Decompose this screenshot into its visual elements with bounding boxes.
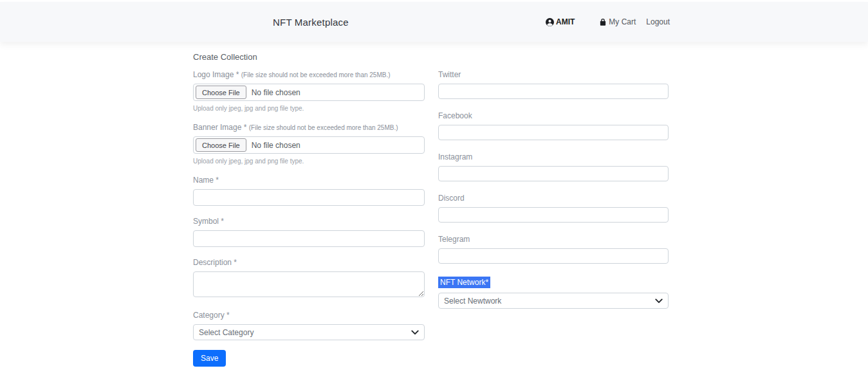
user-menu[interactable]: AMIT [546,17,575,26]
telegram-label: Telegram [438,235,669,244]
telegram-group: Telegram [438,235,669,264]
header-bar: NFT Marketplace AMIT My Cart Logout [0,2,868,42]
logo-image-note: (File size should not be exceeded more t… [241,71,391,78]
logout-label: Logout [646,17,670,26]
banner-image-label: Banner Image * (File size should not be … [193,123,425,132]
twitter-label: Twitter [438,70,669,79]
page-title: Create Collection [193,52,868,62]
description-field[interactable] [193,271,425,297]
symbol-label: Symbol * [193,217,425,226]
symbol-field[interactable] [193,230,425,247]
discord-group: Discord [438,194,669,223]
symbol-group: Symbol * [193,217,425,247]
logo-file-status: No file chosen [252,88,300,97]
discord-field[interactable] [438,207,669,223]
logo-image-group: Logo Image * (File size should not be ex… [193,70,425,112]
category-select[interactable]: Select Category [193,324,425,340]
category-label: Category * [193,311,425,320]
instagram-group: Instagram [438,152,669,181]
discord-label: Discord [438,194,669,203]
twitter-field[interactable] [438,84,669,99]
logo-image-label: Logo Image * (File size should not be ex… [193,70,425,79]
description-group: Description * [193,258,425,300]
name-field[interactable] [193,189,425,206]
facebook-group: Facebook [438,111,669,140]
banner-file-hint: Upload only jpeg, jpg and png file type. [193,158,425,165]
user-circle-icon [546,18,554,26]
header-nav: AMIT My Cart Logout [546,17,670,26]
banner-choose-file-button[interactable]: Choose File [196,138,246,152]
logo-choose-file-button[interactable]: Choose File [196,86,246,99]
facebook-field[interactable] [438,125,669,140]
my-cart-link[interactable]: My Cart [599,17,636,26]
banner-file-input[interactable]: Choose File No file chosen [193,136,425,154]
form-right-column: Twitter Facebook Instagram Discord Teleg… [438,70,669,367]
main-content: Create Collection Logo Image * (File siz… [0,42,868,367]
instagram-field[interactable] [438,166,669,181]
banner-image-note: (File size should not be exceeded more t… [249,124,398,131]
banner-file-status: No file chosen [252,141,300,150]
logo-file-hint: Upload only jpeg, jpg and png file type. [193,105,425,112]
app-title: NFT Marketplace [273,17,349,28]
shopping-bag-icon [599,18,607,26]
logout-link[interactable]: Logout [646,17,670,26]
telegram-field[interactable] [438,248,669,264]
banner-image-group: Banner Image * (File size should not be … [193,123,425,165]
user-name: AMIT [556,17,575,26]
nft-network-label: NFT Network* [438,277,490,288]
nft-network-group: NFT Network* Select Newtwork [438,276,669,309]
name-label: Name * [193,176,425,185]
my-cart-label: My Cart [609,17,636,26]
twitter-group: Twitter [438,70,669,99]
save-button[interactable]: Save [193,350,226,367]
logo-file-input[interactable]: Choose File No file chosen [193,84,425,101]
name-group: Name * [193,176,425,206]
facebook-label: Facebook [438,111,669,120]
description-label: Description * [193,258,425,267]
instagram-label: Instagram [438,152,669,161]
form-left-column: Logo Image * (File size should not be ex… [193,70,425,367]
category-group: Category * Select Category [193,311,425,340]
nft-network-select[interactable]: Select Newtwork [438,293,669,309]
